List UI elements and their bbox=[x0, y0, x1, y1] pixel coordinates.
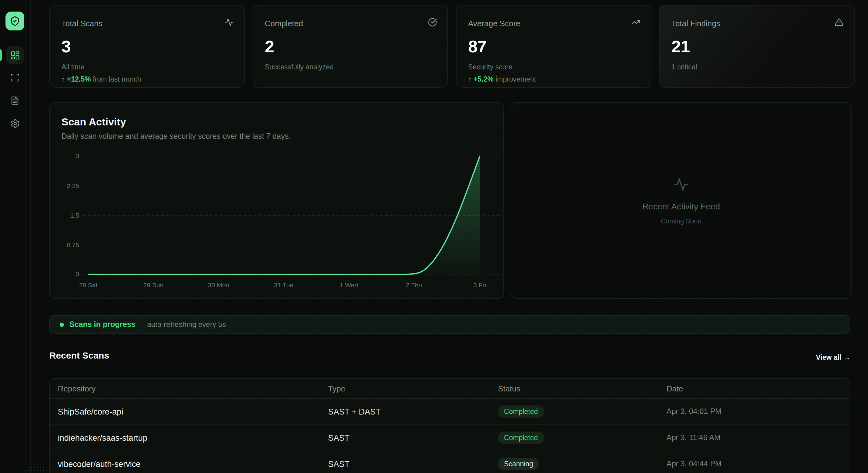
activity-pulse-icon bbox=[674, 177, 688, 191]
activity-feed-subtitle: Coming Soon bbox=[661, 217, 701, 224]
recent-scans-table: Repository Type Status Date ShipSafe/cor… bbox=[49, 378, 850, 473]
stat-delta: ↑ +5.2% improvement bbox=[468, 75, 536, 83]
column-header-status: Status bbox=[498, 384, 666, 393]
stat-card-completed: Completed 2 Successfully analyzed bbox=[253, 5, 448, 88]
table-row[interactable]: ShipSafe/core-api SAST + DAST Completed … bbox=[50, 399, 850, 425]
activity-icon bbox=[225, 18, 234, 27]
stat-value: 87 bbox=[468, 37, 486, 57]
svg-text:3 Fri: 3 Fri bbox=[473, 282, 486, 288]
sidebar-item-reports[interactable] bbox=[6, 92, 24, 109]
x-axis-ticks: 28 Sat 29 Sun 30 Mon 31 Tue 1 Wed 2 Thu … bbox=[79, 282, 486, 288]
date-cell: Apr 3, 11:46 AM bbox=[666, 434, 850, 442]
sidebar bbox=[0, 0, 31, 473]
alert-triangle-icon bbox=[835, 18, 844, 27]
date-cell: Apr 3, 04:01 PM bbox=[666, 407, 850, 416]
layout-dashboard-icon bbox=[10, 50, 20, 60]
stat-title: Total Scans bbox=[61, 19, 102, 28]
scan-activity-chart-card: Scan Activity Daily scan volume and aver… bbox=[49, 102, 504, 299]
stat-title: Average Score bbox=[468, 19, 521, 28]
status-badge: Completed bbox=[498, 405, 544, 418]
repo-cell: vibecoder/auth-service bbox=[58, 459, 328, 468]
stat-card-total-scans: Total Scans 3 All time ↑ +12.5% from las… bbox=[49, 5, 245, 88]
stat-subtitle: Successfully analyzed bbox=[265, 63, 334, 71]
stat-card-average-score: Average Score 87 Security score ↑ +5.2% … bbox=[456, 5, 651, 88]
check-circle-icon bbox=[428, 18, 437, 27]
sidebar-item-dashboard[interactable] bbox=[6, 46, 24, 64]
svg-text:30 Mon: 30 Mon bbox=[208, 282, 229, 288]
svg-text:0: 0 bbox=[75, 271, 79, 278]
status-cell: Completed bbox=[498, 405, 666, 418]
active-nav-indicator bbox=[0, 49, 2, 61]
table-header-row: Repository Type Status Date bbox=[50, 379, 850, 399]
table-row[interactable]: vibecoder/auth-service SAST Scanning Apr… bbox=[50, 451, 850, 473]
stat-subtitle: 1 critical bbox=[672, 63, 697, 71]
recent-scans-title: Recent Scans bbox=[49, 350, 109, 360]
file-text-icon bbox=[10, 96, 20, 105]
stat-subtitle: Security score bbox=[468, 63, 513, 71]
status-cell: Scanning bbox=[498, 458, 666, 470]
type-cell: SAST + DAST bbox=[328, 407, 498, 416]
banner-refresh-note: - auto-refreshing every 5s bbox=[143, 320, 226, 329]
repo-cell: indiehacker/saas-startup bbox=[58, 433, 328, 442]
status-dot-icon bbox=[60, 322, 64, 326]
up-arrow-icon: ↑ bbox=[468, 75, 472, 83]
svg-text:1.5: 1.5 bbox=[70, 212, 79, 219]
stat-title: Total Findings bbox=[672, 19, 720, 28]
table-row[interactable]: indiehacker/saas-startup SAST Completed … bbox=[50, 425, 850, 451]
stat-title: Completed bbox=[265, 19, 303, 28]
status-badge: Scanning bbox=[498, 458, 539, 470]
date-cell: Apr 3, 04:44 PM bbox=[666, 460, 850, 468]
stat-delta: ↑ +12.5% from last month bbox=[61, 75, 141, 83]
sidebar-item-settings[interactable] bbox=[6, 115, 24, 132]
shield-check-icon bbox=[10, 16, 20, 26]
svg-text:0.75: 0.75 bbox=[67, 241, 79, 248]
scans-in-progress-banner: Scans in progress - auto-refreshing ever… bbox=[49, 315, 850, 334]
up-arrow-icon: ↑ bbox=[61, 75, 65, 83]
svg-text:1 Wed: 1 Wed bbox=[340, 282, 358, 288]
dashboard-page: Total Scans 3 All time ↑ +12.5% from las… bbox=[0, 0, 868, 473]
svg-text:2.25: 2.25 bbox=[67, 182, 79, 189]
recent-activity-panel: Recent Activity Feed Coming Soon bbox=[511, 102, 851, 299]
view-all-link[interactable]: View all → bbox=[816, 354, 850, 361]
type-cell: SAST bbox=[328, 433, 498, 442]
scan-icon bbox=[10, 73, 20, 82]
activity-feed-title: Recent Activity Feed bbox=[642, 201, 720, 211]
stat-subtitle: All time bbox=[61, 63, 84, 71]
stat-value: 3 bbox=[61, 37, 71, 57]
repo-cell: ShipSafe/core-api bbox=[58, 407, 328, 416]
status-cell: Completed bbox=[498, 432, 666, 444]
stat-value: 2 bbox=[265, 37, 274, 57]
banner-status-text: Scans in progress bbox=[69, 320, 135, 329]
svg-text:28 Sat: 28 Sat bbox=[79, 282, 98, 288]
sidebar-item-scans[interactable] bbox=[6, 69, 24, 87]
svg-text:31 Tue: 31 Tue bbox=[274, 282, 293, 288]
stat-value: 21 bbox=[672, 37, 690, 57]
column-header-repository: Repository bbox=[58, 384, 328, 393]
column-header-date: Date bbox=[666, 384, 850, 393]
svg-text:3: 3 bbox=[75, 153, 79, 159]
scan-activity-chart: 3 2.25 1.5 0.75 0 28 Sat 29 Sun 30 Mon 3… bbox=[50, 103, 505, 299]
app-logo[interactable] bbox=[5, 11, 24, 30]
y-axis-ticks: 3 2.25 1.5 0.75 0 bbox=[67, 153, 79, 278]
svg-text:29 Sun: 29 Sun bbox=[143, 282, 164, 288]
type-cell: SAST bbox=[328, 459, 498, 468]
column-header-type: Type bbox=[328, 384, 498, 393]
svg-text:2 Thu: 2 Thu bbox=[406, 282, 422, 288]
stat-card-total-findings: Total Findings 21 1 critical bbox=[659, 5, 855, 88]
status-badge: Completed bbox=[498, 432, 544, 444]
trending-up-icon bbox=[631, 18, 640, 27]
settings-gear-icon bbox=[10, 118, 20, 128]
